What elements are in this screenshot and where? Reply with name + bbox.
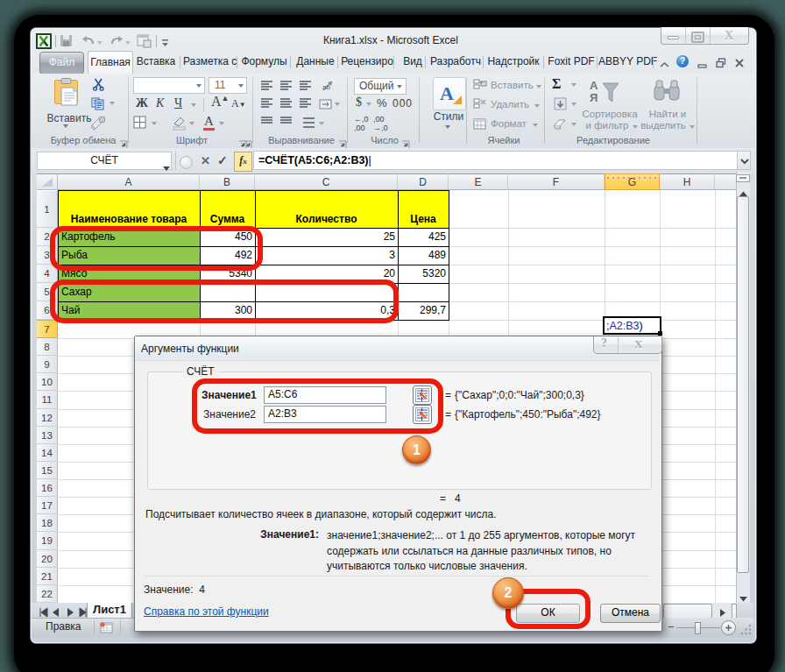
svg-text:Я: Я [590,91,598,104]
svg-text:ab: ab [322,83,330,91]
svg-text:А: А [590,79,598,92]
svg-text:А: А [440,82,454,104]
